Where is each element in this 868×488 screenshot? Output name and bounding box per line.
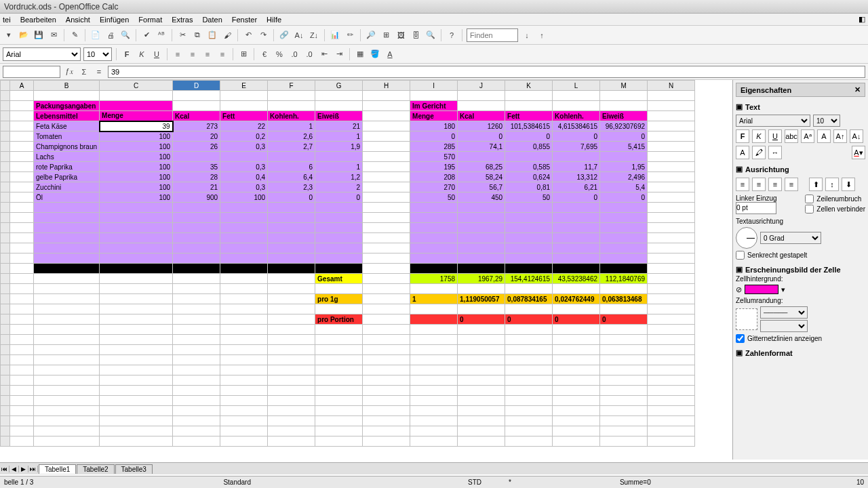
cell[interactable]: 20 bbox=[173, 131, 220, 142]
sb-italic-icon[interactable]: K bbox=[752, 129, 766, 143]
formula-input[interactable] bbox=[108, 66, 865, 78]
cell[interactable] bbox=[10, 172, 34, 182]
cell[interactable] bbox=[268, 325, 315, 335]
cell[interactable] bbox=[220, 365, 268, 375]
sb-valignb-icon[interactable]: ⬇ bbox=[842, 178, 855, 191]
cell[interactable] bbox=[363, 375, 410, 386]
row-header[interactable] bbox=[1, 223, 10, 233]
stacked-checkbox[interactable] bbox=[736, 251, 745, 260]
cell[interactable] bbox=[10, 91, 34, 101]
col-header-C[interactable]: C bbox=[100, 81, 173, 91]
cell[interactable] bbox=[220, 416, 268, 426]
cell[interactable]: 6,21 bbox=[553, 182, 600, 192]
draw-icon[interactable]: ✏ bbox=[344, 29, 356, 41]
cell[interactable]: 180 bbox=[410, 121, 458, 131]
fontcolor-icon[interactable]: A bbox=[384, 48, 396, 60]
row-header[interactable] bbox=[1, 375, 10, 386]
cell[interactable]: 0,087834165 bbox=[505, 294, 553, 304]
cell[interactable]: 13,312 bbox=[553, 172, 600, 182]
border-style-select[interactable]: ───── bbox=[760, 306, 808, 319]
pdf-icon[interactable]: 📄 bbox=[90, 29, 102, 41]
cell[interactable]: 7,695 bbox=[553, 142, 600, 152]
sb-spacing-icon[interactable]: ↔ bbox=[768, 146, 782, 159]
cell[interactable] bbox=[10, 203, 34, 213]
cell[interactable] bbox=[553, 355, 600, 365]
cell[interactable] bbox=[220, 243, 268, 253]
cell[interactable] bbox=[553, 406, 600, 416]
cell[interactable] bbox=[363, 192, 410, 203]
cell[interactable] bbox=[363, 111, 410, 121]
cell[interactable] bbox=[600, 264, 648, 274]
cell[interactable] bbox=[220, 355, 268, 365]
cell[interactable] bbox=[34, 386, 100, 396]
row-header[interactable] bbox=[1, 233, 10, 243]
cell[interactable] bbox=[458, 284, 505, 294]
cell[interactable] bbox=[553, 365, 600, 375]
status-insert-mode[interactable]: STD bbox=[468, 479, 481, 486]
cell[interactable]: 0 bbox=[458, 314, 505, 325]
cell[interactable] bbox=[10, 335, 34, 345]
cell[interactable] bbox=[268, 253, 315, 264]
decrease-indent-icon[interactable]: ⇤ bbox=[318, 48, 330, 60]
cell[interactable] bbox=[34, 264, 100, 274]
col-header-B[interactable]: B bbox=[34, 81, 100, 91]
cell[interactable] bbox=[315, 396, 363, 406]
sheet-tab-2[interactable]: Tabelle2 bbox=[77, 464, 114, 474]
cell[interactable] bbox=[600, 101, 648, 111]
menu-ansicht[interactable]: Ansicht bbox=[66, 16, 90, 24]
cell[interactable] bbox=[458, 233, 505, 243]
sb-shrink-icon[interactable]: A↓ bbox=[850, 129, 863, 143]
col-header-A[interactable]: A bbox=[10, 81, 34, 91]
cell[interactable] bbox=[100, 314, 173, 325]
bgcolor-icon[interactable]: 🪣 bbox=[369, 48, 381, 60]
cell[interactable] bbox=[648, 131, 695, 142]
cell[interactable] bbox=[34, 284, 100, 294]
cell[interactable] bbox=[648, 294, 695, 304]
cell[interactable] bbox=[34, 375, 100, 386]
cell[interactable] bbox=[220, 406, 268, 416]
cell[interactable] bbox=[173, 304, 220, 314]
cell[interactable] bbox=[315, 284, 363, 294]
cell[interactable] bbox=[648, 274, 695, 284]
cell[interactable] bbox=[220, 386, 268, 396]
cell[interactable] bbox=[268, 203, 315, 213]
cell[interactable] bbox=[505, 325, 553, 335]
spellcheck-icon[interactable]: ✔ bbox=[140, 29, 153, 41]
cell[interactable] bbox=[553, 243, 600, 253]
cell[interactable] bbox=[268, 355, 315, 365]
cell[interactable]: 0 bbox=[553, 314, 600, 325]
cell[interactable] bbox=[10, 264, 34, 274]
cell[interactable] bbox=[363, 131, 410, 142]
cell[interactable]: Lebensmittel bbox=[34, 111, 100, 121]
cell[interactable] bbox=[100, 406, 173, 416]
cell[interactable] bbox=[648, 335, 695, 345]
cell[interactable] bbox=[220, 253, 268, 264]
cell[interactable] bbox=[363, 101, 410, 111]
link-icon[interactable]: 🔗 bbox=[278, 29, 290, 41]
cell[interactable] bbox=[458, 355, 505, 365]
cell[interactable]: pro Portion bbox=[315, 314, 363, 325]
font-name-select[interactable]: Arial bbox=[3, 47, 81, 61]
cell[interactable] bbox=[600, 386, 648, 396]
cell[interactable] bbox=[363, 284, 410, 294]
cell[interactable] bbox=[648, 264, 695, 274]
cell[interactable]: 1758 bbox=[410, 274, 458, 284]
cell[interactable] bbox=[363, 294, 410, 304]
cell[interactable] bbox=[458, 365, 505, 375]
cell[interactable]: 0,063813468 bbox=[600, 294, 648, 304]
cell[interactable] bbox=[648, 436, 695, 447]
bold-icon[interactable]: F bbox=[121, 48, 133, 60]
rotation-dial[interactable] bbox=[736, 227, 757, 249]
print-icon[interactable]: 🖨 bbox=[104, 29, 117, 41]
cell[interactable]: 100 bbox=[100, 152, 173, 162]
cell[interactable] bbox=[10, 142, 34, 152]
cell[interactable] bbox=[173, 426, 220, 436]
cell[interactable]: 195 bbox=[410, 162, 458, 172]
cell[interactable]: 100 bbox=[100, 172, 173, 182]
cell[interactable] bbox=[173, 243, 220, 253]
cell[interactable] bbox=[315, 355, 363, 365]
sb-alignl-icon[interactable]: ≡ bbox=[736, 178, 749, 191]
cell[interactable] bbox=[410, 223, 458, 233]
cell[interactable]: 74,1 bbox=[458, 142, 505, 152]
cell[interactable] bbox=[100, 101, 173, 111]
